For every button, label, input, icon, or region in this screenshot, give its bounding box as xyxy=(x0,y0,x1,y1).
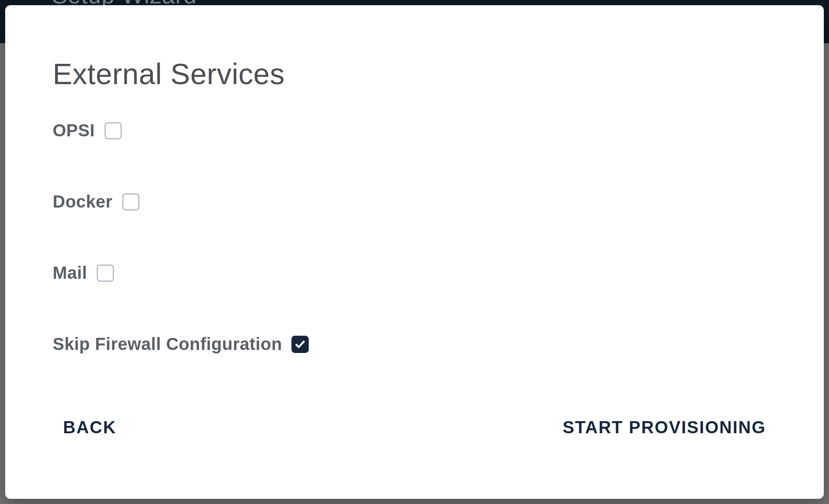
option-mail-row: Mail xyxy=(53,263,776,283)
option-mail-label: Mail xyxy=(53,263,87,283)
option-docker-checkbox[interactable] xyxy=(122,193,139,211)
wizard-modal: External Services OPSI Docker Mail Skip … xyxy=(5,5,824,499)
checkmark-icon xyxy=(294,339,306,350)
option-skip-firewall-label: Skip Firewall Configuration xyxy=(53,334,282,354)
option-mail-checkbox[interactable] xyxy=(97,265,114,282)
start-provisioning-button[interactable]: START PROVISIONING xyxy=(561,414,768,441)
wizard-button-row: BACK START PROVISIONING xyxy=(53,414,776,441)
option-skip-firewall-checkbox[interactable] xyxy=(291,336,309,353)
option-skip-firewall-row: Skip Firewall Configuration xyxy=(53,334,776,354)
option-opsi-label: OPSI xyxy=(53,121,95,140)
back-button[interactable]: BACK xyxy=(61,414,118,441)
option-opsi-checkbox[interactable] xyxy=(104,122,122,139)
option-opsi-row: OPSI xyxy=(53,121,776,140)
page-title: External Services xyxy=(53,57,776,91)
option-docker-row: Docker xyxy=(53,192,776,211)
option-docker-label: Docker xyxy=(53,192,113,211)
